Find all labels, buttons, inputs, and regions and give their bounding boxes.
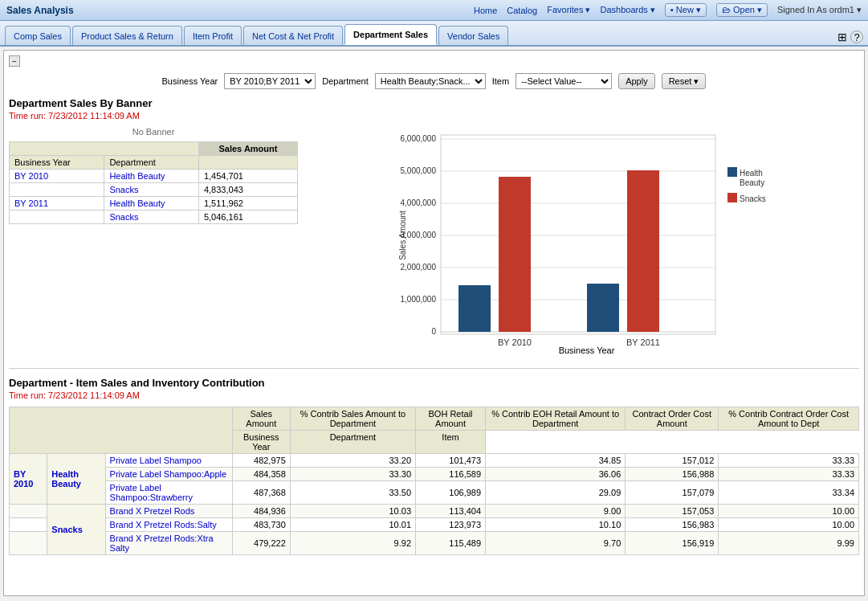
item-cell[interactable]: Brand X Pretzel Rods:Salty [105, 518, 232, 532]
dept-cell[interactable]: Snacks [104, 183, 199, 197]
data-row: Brand X Pretzel Rods:Salty 483,730 10.01… [10, 518, 859, 532]
banner-section-title: Department Sales By Banner [9, 97, 859, 109]
contract-cost: 157,079 [626, 481, 719, 505]
boh-retail: 123,973 [416, 518, 486, 532]
grid-icon[interactable]: ⊞ [837, 31, 847, 43]
tab-vendor-sales[interactable]: Vendor Sales [438, 26, 508, 45]
item-cell[interactable]: Private Label Shampoo [105, 454, 232, 468]
svg-text:0: 0 [431, 327, 436, 336]
boh-retail: 106,989 [416, 481, 486, 505]
item-section-title: Department - Item Sales and Inventory Co… [9, 377, 859, 389]
item-cell[interactable]: Private Label Shampoo:Apple [105, 468, 232, 481]
svg-text:Sales Amount: Sales Amount [398, 211, 407, 260]
no-banner-label: No Banner [9, 127, 298, 137]
tab-comp-sales[interactable]: Comp Sales [5, 26, 71, 45]
year-cell[interactable]: BY 2011 [10, 197, 104, 211]
dept-cell[interactable]: Snacks [104, 211, 199, 224]
row-header-dept: Department [290, 431, 415, 454]
contract-cost: 156,919 [626, 532, 719, 555]
top-navigation: Sales Analysis Home Catalog Favorites ▾ … [0, 0, 868, 21]
year-cell[interactable]: BY 2010 [10, 170, 104, 183]
nav-favorites[interactable]: Favorites ▾ [547, 5, 590, 15]
pct-sales: 9.92 [290, 532, 415, 555]
boh-retail: 115,489 [416, 532, 486, 555]
item-label: Item [492, 76, 509, 86]
table-row: BY 2011 Health Beauty 1,511,962 [10, 197, 298, 211]
apply-button[interactable]: Apply [618, 73, 655, 89]
item-cell[interactable]: Private Label Shampoo:Strawberry [105, 481, 232, 505]
pct-sales: 10.03 [290, 505, 415, 518]
department-select[interactable]: Health Beauty;Snack... [375, 73, 486, 89]
item-cell[interactable]: Brand X Pretzel Rods:Xtra Salty [105, 532, 232, 555]
pct-contract: 33.34 [719, 481, 859, 505]
svg-text:4,000,000: 4,000,000 [400, 198, 436, 207]
tab-product-sales[interactable]: Product Sales & Return [72, 26, 182, 45]
tab-item-profit[interactable]: Item Profit [184, 26, 242, 45]
help-icon[interactable]: ? [850, 31, 863, 43]
table-row: Snacks 5,046,161 [10, 211, 298, 224]
new-button[interactable]: ▪ New ▾ [665, 3, 707, 17]
minimize-bar: − [9, 55, 859, 67]
business-year-select[interactable]: BY 2010;BY 2011 [224, 73, 316, 89]
svg-text:BY 2011: BY 2011 [626, 337, 659, 347]
svg-text:5,000,000: 5,000,000 [400, 166, 436, 175]
svg-text:Beauty: Beauty [740, 178, 764, 187]
boh-retail: 101,473 [416, 454, 486, 468]
row-header-year: Business Year [232, 431, 290, 454]
svg-text:BY 2010: BY 2010 [497, 337, 531, 347]
contract-cost: 156,983 [626, 518, 719, 532]
col-boh-retail: BOH Retail Amount [416, 407, 486, 431]
table-row: Snacks 4,833,043 [10, 183, 298, 197]
banner-summary-table: Sales Amount Business Year Department BY… [9, 141, 298, 224]
tab-net-cost[interactable]: Net Cost & Net Profit [243, 26, 343, 45]
item-cell[interactable]: Brand X Pretzel Rods [105, 505, 232, 518]
sales-amt: 484,358 [232, 468, 290, 481]
dept-cell[interactable]: Health Beauty [104, 197, 199, 211]
item-select[interactable]: --Select Value-- [516, 73, 612, 89]
svg-rect-18 [727, 167, 737, 177]
data-row: Private Label Shampoo:Strawberry 487,368… [10, 481, 859, 505]
pct-boh: 9.00 [486, 505, 626, 518]
app-title: Sales Analysis [6, 5, 74, 16]
data-row: Private Label Shampoo:Apple 484,358 33.3… [10, 468, 859, 481]
year-cell [10, 518, 47, 532]
nav-links: Home Catalog Favorites ▾ Dashboards ▾ ▪ … [474, 3, 862, 17]
amount-cell: 1,511,962 [198, 197, 297, 211]
dept-cell[interactable]: Health Beauty [104, 170, 199, 183]
dept-cell[interactable]: Snacks [47, 505, 105, 555]
boh-retail: 116,589 [416, 468, 486, 481]
tab-department-sales[interactable]: Department Sales [344, 24, 437, 45]
section-divider [9, 368, 859, 369]
sales-amt: 484,936 [232, 505, 290, 518]
main-content: − Business Year BY 2010;BY 2011 Departme… [3, 50, 865, 596]
open-button[interactable]: 🗁 Open ▾ [716, 3, 768, 17]
col-pct-boh: % Contrib EOH Retail Amount to Departmen… [486, 407, 626, 431]
tab-bar-icons: ⊞ ? [837, 31, 863, 45]
signed-in-label[interactable]: Signed In As ordm1 ▾ [777, 5, 862, 15]
col-pct-contract: % Contrib Contract Order Cost Amount to … [719, 407, 859, 431]
year-cell [10, 532, 47, 555]
tab-bar: Comp Sales Product Sales & Return Item P… [0, 21, 868, 47]
year-cell[interactable]: BY 2010 [10, 454, 47, 505]
business-year-col-header: Business Year [10, 156, 104, 170]
nav-dashboards[interactable]: Dashboards ▾ [601, 5, 655, 15]
year-cell [10, 505, 47, 518]
dept-cell[interactable]: Health Beauty [47, 454, 105, 505]
pct-contract: 10.00 [719, 505, 859, 518]
data-row: BY 2010 Health Beauty Private Label Sham… [10, 454, 859, 468]
col-sales-amount: Sales Amount [232, 407, 290, 431]
amount-cell: 1,454,701 [198, 170, 297, 183]
col-contract-cost: Contract Order Cost Amount [626, 407, 719, 431]
banner-section: No Banner Sales Amount Business Year Dep… [9, 127, 859, 352]
reset-button[interactable]: Reset ▾ [662, 73, 707, 89]
svg-text:2,000,000: 2,000,000 [400, 263, 436, 272]
contract-cost: 157,053 [626, 505, 719, 518]
minimize-button[interactable]: − [9, 55, 20, 67]
sales-amt: 487,368 [232, 481, 290, 505]
nav-catalog[interactable]: Catalog [507, 6, 537, 15]
pct-boh: 9.70 [486, 532, 626, 555]
pct-boh: 34.85 [486, 454, 626, 468]
nav-home[interactable]: Home [474, 6, 497, 15]
bar-chart: 6,000,000 5,000,000 4,000,000 3,000,000 … [394, 127, 780, 352]
sales-amt: 479,222 [232, 532, 290, 555]
